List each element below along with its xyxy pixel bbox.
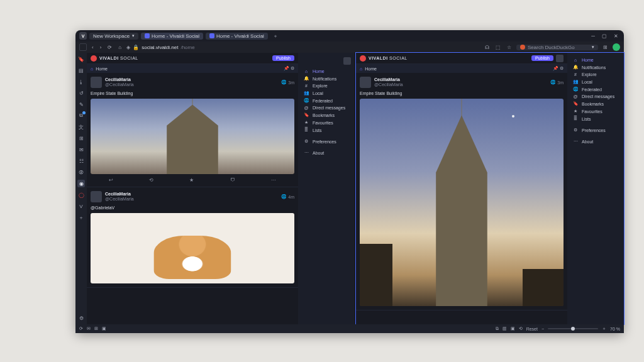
window-minimize-button[interactable]: ─ (589, 33, 597, 39)
nav-preferences[interactable]: ⚙Preferences (568, 126, 624, 134)
nav-dm[interactable]: @Direct messages (568, 93, 624, 100)
window-close-button[interactable]: ✕ (611, 33, 620, 39)
nav-dm[interactable]: @Direct messages (299, 104, 355, 111)
home-icon: ⌂ (304, 69, 309, 74)
search-field[interactable]: Search DuckDuckGo ▾ (516, 45, 598, 50)
post: CeciliaMaria @CeciliaMaria 🌐3m Empire St… (356, 73, 567, 310)
zoom-in-button[interactable]: ＋ (602, 326, 606, 332)
avatar[interactable] (360, 77, 371, 88)
nav-federated[interactable]: 🌐Federated (568, 85, 624, 93)
web-panel-icon[interactable]: ◯ (77, 191, 85, 199)
zoom-out-button[interactable]: − (541, 327, 544, 331)
calendar-panel-icon[interactable]: ☷ (77, 157, 85, 165)
shield-icon: ◈ (126, 45, 130, 50)
sync-icon[interactable]: ⟳ (79, 326, 83, 331)
nav-explore[interactable]: #Explore (299, 82, 355, 89)
tiling-icon[interactable]: ▥ (502, 326, 507, 331)
nav-label: Bookmarks (582, 102, 604, 106)
bookmark-icon[interactable]: ⛉ (230, 177, 235, 183)
window-maximize-button[interactable]: ▢ (600, 33, 609, 39)
tab-home-1[interactable]: Home - Vivaldi Social (141, 33, 203, 40)
capture-icon[interactable]: ⧉ (496, 326, 499, 331)
tab-home-2[interactable]: Home - Vivaldi Social (206, 33, 268, 40)
nav-favourites[interactable]: ★Favourites (568, 107, 624, 115)
notes-panel-icon[interactable]: ✎ (77, 101, 85, 108)
profile-chip[interactable] (556, 55, 564, 62)
publish-button[interactable]: Publish (531, 55, 553, 61)
bookmarks-panel-icon[interactable]: 🔖 (77, 55, 85, 63)
mastodon-panel-icon[interactable]: ◉ (77, 180, 85, 187)
panel-toggle-icon[interactable] (79, 43, 87, 51)
nav-lists[interactable]: ≣Lists (568, 115, 624, 123)
profile-avatar[interactable] (613, 43, 620, 51)
nav-about[interactable]: ⋯About (568, 138, 624, 145)
reply-icon[interactable]: ↩ (109, 177, 113, 183)
mail-status-icon[interactable]: ✉ (87, 326, 91, 331)
post-display-name: CeciliaMaria (105, 77, 134, 82)
nav-back-button[interactable]: ‹ (91, 45, 95, 50)
pin-icon[interactable]: 📌 (284, 66, 289, 70)
workspace-selector[interactable]: New Workspace ▾ (89, 33, 138, 40)
nav-home[interactable]: ⌂Home (568, 57, 624, 63)
star-icon: ★ (573, 109, 578, 114)
zoom-thumb[interactable] (571, 327, 575, 331)
nav-reload-button[interactable]: ⟳ (106, 45, 113, 50)
bookmark-icon[interactable]: ☆ (506, 45, 513, 50)
avatar[interactable] (91, 77, 102, 88)
zoom-reset-button[interactable]: Reset (526, 327, 538, 331)
add-panel-icon[interactable]: ＋ (77, 214, 85, 221)
nav-home[interactable]: ⌂Home (299, 68, 355, 75)
image-toggle-icon[interactable]: ⟲ (519, 326, 523, 331)
feeds-panel-icon[interactable]: ⦿ (77, 168, 85, 176)
history-panel-icon[interactable]: ↺ (77, 89, 85, 97)
settings-icon[interactable]: ⚙ (77, 314, 85, 322)
reader-mode-icon[interactable]: ☊ (484, 45, 491, 50)
nav-lists[interactable]: ≣Lists (299, 126, 355, 134)
nav-bookmarks[interactable]: 🔖Bookmarks (299, 111, 355, 119)
pin-icon[interactable]: 📌 (553, 66, 558, 70)
feed-right[interactable]: CeciliaMaria @CeciliaMaria 🌐3m Empire St… (356, 73, 567, 324)
nav-federated[interactable]: 🌐Federated (299, 97, 355, 104)
extensions-icon[interactable]: ⊞ (602, 45, 609, 50)
more-icon[interactable]: ⋯ (271, 177, 276, 183)
calendar-status-icon[interactable]: ⊞ (94, 326, 98, 331)
nav-about[interactable]: ⋯About (299, 149, 355, 156)
post-media[interactable]: 👁 (360, 99, 564, 306)
post-media[interactable]: 👁 (91, 213, 294, 283)
page-actions-icon[interactable]: ▣ (511, 326, 515, 331)
column-settings-icon[interactable]: ⚙ (560, 66, 564, 70)
nav-forward-button[interactable]: › (99, 45, 103, 50)
nav-preferences[interactable]: ⚙Preferences (299, 138, 355, 145)
nav-bookmarks[interactable]: 🔖Bookmarks (568, 100, 624, 107)
url-field[interactable]: ◈ 🔒 social.vivaldi.net/home (126, 45, 194, 50)
new-tab-button[interactable]: ＋ (270, 33, 280, 40)
post-media[interactable]: 👁 (91, 99, 294, 174)
profile-chip[interactable] (343, 57, 351, 65)
reading-list-icon[interactable]: ▤ (77, 67, 85, 74)
nav-label: Home (582, 58, 594, 62)
post-handle: @CeciliaMaria (105, 82, 134, 87)
feeds-status-icon[interactable]: ▣ (102, 326, 106, 331)
nav-home-button[interactable]: ⌂ (117, 45, 123, 50)
nav-local[interactable]: 👥Local (568, 78, 624, 85)
nav-favourites[interactable]: ★Favourites (299, 119, 355, 126)
publish-button[interactable]: Publish (272, 55, 294, 61)
nav-notifications[interactable]: 🔔Notifications (299, 75, 355, 82)
tabs-panel-icon[interactable]: ⧉ (77, 112, 85, 119)
mail-panel-icon[interactable]: ✉ (77, 146, 85, 153)
nav-notifications[interactable]: 🔔Notifications (568, 63, 624, 71)
vivaldi-panel-icon[interactable]: V (77, 202, 85, 210)
avatar[interactable] (91, 191, 102, 202)
favourite-icon[interactable]: ★ (189, 177, 194, 183)
nav-local[interactable]: 👥Local (299, 89, 355, 97)
post-handle: @CeciliaMaria (105, 197, 134, 202)
translate-icon[interactable]: ⬚ (494, 45, 502, 50)
nav-explore[interactable]: #Explore (568, 71, 624, 78)
zoom-slider[interactable] (548, 328, 598, 329)
feed-left[interactable]: CeciliaMaria @CeciliaMaria 🌐3m Empire St… (87, 73, 298, 324)
window-panel-icon[interactable]: ⊞ (77, 134, 85, 142)
translate-panel-icon[interactable]: 文 (77, 123, 85, 131)
column-settings-icon[interactable]: ⚙ (291, 66, 294, 70)
downloads-panel-icon[interactable]: ⭳ (77, 78, 85, 85)
boost-icon[interactable]: ⟲ (149, 177, 153, 183)
